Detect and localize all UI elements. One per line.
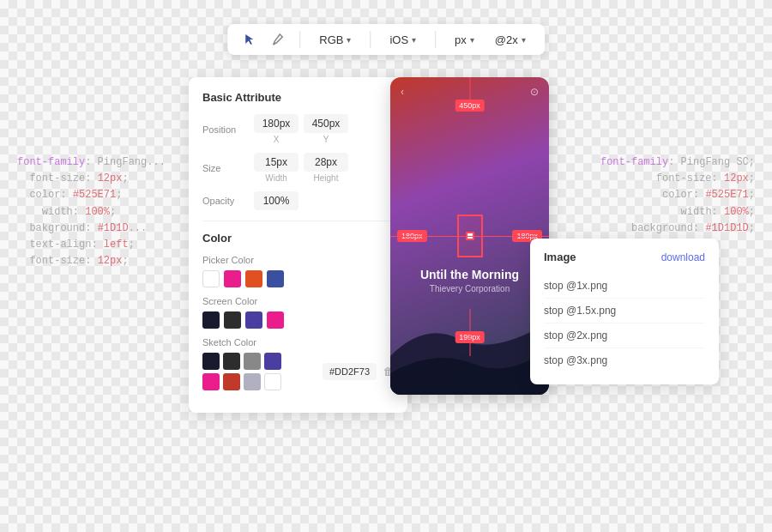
- sketch-swatch-1[interactable]: [223, 353, 240, 370]
- cursor-tool-icon[interactable]: [241, 31, 258, 48]
- measure-badge-top: 450px: [455, 100, 485, 112]
- sketch-swatch-0[interactable]: [202, 353, 220, 370]
- picker-swatch-0[interactable]: [202, 270, 220, 287]
- sketch-swatch-4[interactable]: [202, 373, 220, 390]
- at2x-chevron-icon: ▾: [522, 35, 526, 45]
- toolbar: RGB ▾ iOS ▾ px ▾ @2x ▾: [227, 24, 545, 55]
- size-values: 15px Width 28px Height: [254, 153, 348, 183]
- phone-back-icon: ‹: [401, 86, 404, 98]
- sketch-swatch-6[interactable]: [244, 373, 261, 390]
- position-row: Position 180px X 450px Y: [202, 114, 394, 144]
- screen-swatch-0[interactable]: [202, 311, 220, 329]
- screen-color-row: Screen Color: [202, 296, 394, 329]
- screen-swatches: [202, 311, 394, 329]
- at2x-label: @2x: [495, 33, 518, 46]
- px-chevron-icon: ▾: [470, 35, 474, 45]
- rgb-chevron-icon: ▾: [347, 35, 351, 45]
- opacity-row: Opacity 100%: [202, 191, 394, 210]
- picker-swatch-2[interactable]: [245, 270, 262, 287]
- sketch-swatches-row: #DD2F73 🗑: [202, 353, 394, 390]
- size-label: Size: [202, 163, 254, 173]
- sketch-color-row: Sketch Color #DD2F73 🗑: [202, 337, 394, 390]
- screen-swatch-2[interactable]: [245, 311, 262, 329]
- image-item-0: stop @1x.png: [544, 280, 607, 292]
- px-dropdown[interactable]: px ▾: [449, 32, 479, 48]
- picker-color-row: Picker Color: [202, 255, 394, 287]
- position-x-group: 180px X: [254, 114, 299, 144]
- position-x-sub: X: [274, 135, 280, 144]
- picker-swatches: [202, 270, 394, 287]
- divider-1: [202, 221, 394, 221]
- image-row-1: stop @1.5x.png: [544, 299, 705, 323]
- opacity-value[interactable]: 100%: [254, 191, 299, 210]
- toolbar-divider-1: [299, 31, 300, 48]
- color-section-title: Color: [202, 232, 394, 245]
- picker-color-label: Picker Color: [202, 255, 394, 265]
- screen-color-label: Screen Color: [202, 296, 394, 306]
- measure-top-value: 450px: [459, 101, 480, 110]
- basic-attribute-title: Basic Attribute: [202, 91, 394, 104]
- phone-background: ‹ ⊙ Until the Morning Thievery Corporati…: [390, 77, 549, 395]
- phone-mockup: ‹ ⊙ Until the Morning Thievery Corporati…: [390, 77, 549, 395]
- sketch-swatch-7[interactable]: [264, 373, 281, 390]
- measure-line-top: [469, 77, 470, 101]
- position-values: 180px X 450px Y: [254, 114, 348, 144]
- image-item-1: stop @1.5x.png: [544, 305, 616, 317]
- at2x-dropdown[interactable]: @2x ▾: [490, 32, 531, 48]
- ios-label: iOS: [389, 33, 408, 46]
- image-row-3: stop @3x.png: [544, 348, 705, 372]
- image-row-0: stop @1x.png: [544, 274, 705, 299]
- sketch-hex-value: #DD2F73: [323, 363, 377, 380]
- position-y-value[interactable]: 450px: [304, 114, 348, 133]
- attribute-panel: Basic Attribute Position 180px X 450px Y…: [189, 77, 407, 413]
- phone-search-icon: ⊙: [530, 86, 539, 98]
- ios-dropdown[interactable]: iOS ▾: [384, 32, 421, 48]
- toolbar-divider-2: [370, 31, 371, 48]
- sketch-swatch-3[interactable]: [264, 353, 281, 370]
- image-panel: Image download stop @1x.png stop @1.5x.p…: [530, 239, 719, 384]
- phone-song-title: Until the Morning: [390, 268, 549, 281]
- opacity-label: Opacity: [202, 196, 254, 206]
- position-y-sub: Y: [323, 135, 329, 144]
- ios-chevron-icon: ▾: [412, 35, 416, 45]
- size-height-value[interactable]: 28px: [304, 153, 348, 172]
- sketch-swatches: [202, 353, 297, 390]
- size-height-group: 28px Height: [304, 153, 348, 183]
- image-panel-header: Image download: [544, 251, 705, 263]
- sketch-swatch-5[interactable]: [223, 373, 240, 390]
- size-width-value[interactable]: 15px: [254, 153, 299, 172]
- image-item-2: stop @2x.png: [544, 329, 607, 342]
- screen-swatch-1[interactable]: [224, 311, 241, 329]
- position-x-value[interactable]: 180px: [254, 114, 299, 133]
- image-panel-title: Image: [544, 251, 576, 263]
- phone-artist: Thievery Corporation: [390, 284, 549, 293]
- svg-line-0: [273, 44, 274, 45]
- screen-swatch-3[interactable]: [267, 311, 284, 329]
- eyedropper-icon[interactable]: [268, 31, 286, 48]
- picker-swatch-1[interactable]: [224, 270, 241, 287]
- px-label: px: [455, 33, 467, 46]
- toolbar-divider-3: [435, 31, 436, 48]
- size-row: Size 15px Width 28px Height: [202, 153, 394, 183]
- size-width-group: 15px Width: [254, 153, 299, 183]
- picker-swatch-3[interactable]: [267, 270, 284, 287]
- measure-line-bottom: [469, 309, 470, 356]
- image-item-3: stop @3x.png: [544, 354, 607, 366]
- download-link[interactable]: download: [661, 251, 705, 263]
- sketch-swatch-2[interactable]: [244, 353, 261, 370]
- size-width-sub: Width: [265, 173, 287, 183]
- image-row-2: stop @2x.png: [544, 323, 705, 348]
- sketch-color-label: Sketch Color: [202, 337, 394, 348]
- position-y-group: 450px Y: [304, 114, 348, 144]
- phone-text-area: Until the Morning Thievery Corporation: [390, 268, 549, 293]
- position-label: Position: [202, 124, 254, 135]
- size-height-sub: Height: [314, 173, 339, 183]
- rgb-label: RGB: [319, 33, 343, 46]
- rgb-dropdown[interactable]: RGB ▾: [314, 32, 356, 48]
- measure-line-h: [390, 236, 549, 237]
